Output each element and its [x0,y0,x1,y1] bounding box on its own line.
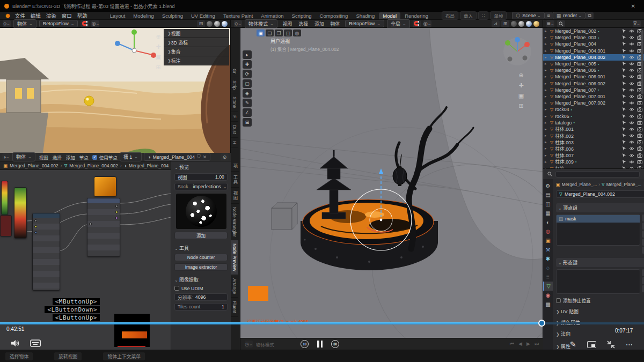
render-camera-icon[interactable] [637,114,642,119]
workspace-tab[interactable]: Compositing [316,12,352,19]
expand-arrow-icon[interactable]: ▸ [545,62,548,66]
overlay-icon[interactable]: ❐ [275,29,283,36]
render-camera-icon[interactable] [637,121,642,125]
outliner-row[interactable]: ▸ ▽ Merged_Plane_003 ▪ [543,34,644,41]
npanel-section[interactable]: 视图 [164,29,229,38]
workspace-tab[interactable]: Model [379,12,400,19]
slot-dropdown[interactable]: 槽 1 [120,152,142,161]
viewport-tool-button[interactable]: ∠ [243,108,252,117]
mesh-datablock-field[interactable]: ∇ Merged_Plane_004.002 [556,190,644,198]
vertex-group-item[interactable]: mask [565,216,576,221]
hide-eye-icon[interactable] [629,134,634,138]
color-node[interactable] [0,215,12,237]
selectable-icon[interactable] [622,153,626,158]
preview-section[interactable]: 预览 [174,164,228,171]
region-tab[interactable]: H [231,138,238,148]
expand-arrow-icon[interactable]: ▸ [545,153,548,158]
region-tab[interactable]: Gr [231,65,238,77]
workspace-tab[interactable]: Layout [106,12,129,19]
sidebar-tool-button[interactable]: Image extractor [174,263,228,271]
overlay-button[interactable]: ∷ [478,11,488,20]
outliner-row[interactable]: ▸ ▽ Merged_Plane_004.001 [543,48,644,54]
selectable-icon[interactable] [622,114,626,119]
selectable-icon[interactable] [622,127,626,131]
hide-eye-icon[interactable] [629,101,634,105]
selectable-icon[interactable] [622,75,626,79]
hide-eye-icon[interactable] [629,88,634,92]
extract-section[interactable]: 图像提取 [174,276,228,283]
selectable-icon[interactable] [622,134,626,138]
expand-arrow-icon[interactable]: ▸ [545,101,548,105]
selectable-icon[interactable] [622,94,626,99]
properties-tab-icon[interactable]: ◍ [543,227,553,236]
selectable-icon[interactable] [622,49,626,53]
timeline-editor-icon[interactable]: ◷ [245,341,253,348]
render-camera-icon[interactable] [637,153,642,158]
workspace-tab[interactable]: Animation [257,12,287,19]
outliner-row[interactable]: ▸ ▽ rock05 ▪ [543,113,644,119]
outliner-row[interactable]: ▸ ▽ tatalogo ▪ [543,120,644,126]
npanel-section[interactable]: 集合 [164,47,229,56]
outliner-row[interactable]: ▸ ▽ Merged_Plane_004.002 [543,54,644,61]
properties-tab-icon[interactable]: ◉ [543,291,553,300]
use-nodes-checkbox[interactable]: 使用节点 [92,154,118,160]
properties-tab-icon[interactable]: ⚙ [543,181,553,190]
selectable-icon[interactable] [622,140,626,144]
selectable-icon[interactable] [622,35,626,40]
outliner-row[interactable]: ▸ ▽ Merged_Plane_007.002 [543,100,644,106]
retopoflow-menu[interactable]: RetopoFlow [39,20,78,27]
unlink-icon[interactable]: ✕ [203,154,207,160]
selectable-icon[interactable] [622,160,626,164]
properties-tab-icon[interactable]: ▤ [543,190,553,200]
properties-tab-icon[interactable]: ▩ [543,300,553,309]
outliner-row[interactable]: ▸ ▽ Merged_Plane_007.001 [543,93,644,100]
selectable-icon[interactable] [622,82,626,86]
properties-tab-icon[interactable]: ⚒ [543,245,553,254]
sidebar-tab[interactable]: Node Preview [231,240,238,275]
selectable-icon[interactable] [622,146,626,151]
outliner-row[interactable]: ▸ ▽ Merged_Plane_007 ▪ [543,87,644,93]
expand-arrow-icon[interactable]: ▸ [545,134,548,138]
expand-arrow-icon[interactable]: ▸ [545,29,548,33]
add-view-layer-icon[interactable]: ⧉ [586,12,594,19]
expand-arrow-icon[interactable]: ▸ [545,140,548,144]
outliner-search-icon[interactable] [557,20,565,27]
selectable-icon[interactable] [622,101,626,105]
app-menu-icon[interactable]: ⬢ [5,13,10,19]
zoom-icon[interactable]: ⊕ [154,33,163,40]
separate-node[interactable] [87,198,120,257]
workspace-tab[interactable]: Rendering [401,12,432,19]
region-tab[interactable]: Dust [231,122,238,138]
pause-button[interactable] [317,341,323,348]
resolution-field[interactable]: 分辨率: 4096 [174,293,228,301]
gizmo-icon[interactable]: ❏ [266,29,274,36]
tiles-field[interactable]: Tiles count 1 [174,303,228,311]
editor-type-icon[interactable]: ⬦ [234,20,242,27]
view-slider[interactable]: 视图 1.00 [174,173,228,181]
more-options-icon[interactable]: ⋯ [626,341,633,349]
outliner-display-mode-icon[interactable]: ≣ [546,20,554,27]
outliner-row[interactable]: ▸ ▽ Merged_Plane_006.001 [543,73,644,80]
viewport-menu-item[interactable]: 视图 [280,20,295,27]
workspace-tab[interactable]: Modeling [129,12,158,19]
orange-image-plane[interactable] [248,286,268,301]
editor-type-icon[interactable]: ◑ [2,153,10,160]
socket-dropdown[interactable]: Sock.. imperfections [174,183,228,190]
hide-eye-icon[interactable] [629,55,634,60]
expand-arrow-icon[interactable]: ▸ [545,68,548,72]
render-camera-icon[interactable] [637,94,642,99]
selectable-icon[interactable] [622,55,626,60]
editor-type-icon[interactable]: ⬦ [3,20,11,27]
selectable-icon[interactable] [622,121,626,125]
next-frame-icon[interactable]: ▶ [526,341,530,347]
properties-tab-icon[interactable]: ▽ [543,282,553,291]
selectable-icon[interactable] [622,42,626,46]
hide-eye-icon[interactable] [629,160,634,164]
expand-arrow-icon[interactable]: ▸ [545,42,548,46]
render-camera-icon[interactable] [637,134,642,138]
sidebar-tool-button[interactable]: Node counter [174,254,228,261]
viewport-nav-icon[interactable]: ✚ [517,82,525,89]
npanel-section[interactable]: 标注 [164,56,229,65]
breadcrumb-material[interactable]: Merged_Plane_004 [129,163,169,168]
hide-eye-icon[interactable] [629,82,634,86]
